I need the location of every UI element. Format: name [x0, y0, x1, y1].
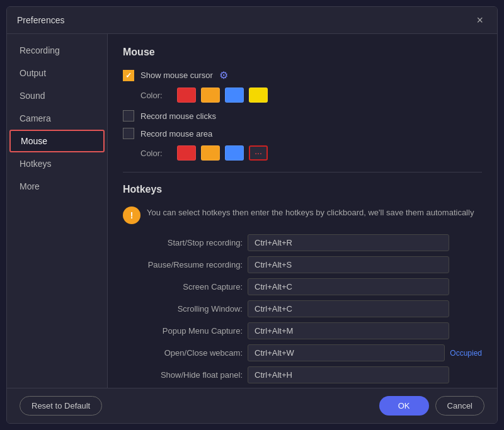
hotkey-label-float-panel: Show/Hide float panel: — [123, 370, 243, 380]
sidebar: RecordingOutputSoundCameraMouseHotkeysMo… — [7, 34, 108, 388]
ok-button[interactable]: OK — [379, 396, 429, 416]
record-clicks-row: Record mouse clicks — [123, 110, 482, 122]
dialog-body: RecordingOutputSoundCameraMouseHotkeysMo… — [7, 34, 497, 388]
show-cursor-row: Show mouse cursor ⚙ — [123, 69, 482, 81]
hotkey-input-float-panel[interactable] — [248, 366, 449, 383]
record-clicks-label: Record mouse clicks — [140, 111, 216, 121]
hotkey-row-scrolling: Scrolling Window: — [123, 300, 482, 317]
footer: Reset to Default OK Cancel — [7, 388, 497, 423]
hotkey-input-start-stop[interactable] — [248, 234, 449, 251]
area-color-label: Color: — [140, 149, 172, 158]
cursor-color-orange[interactable] — [201, 88, 220, 103]
gear-icon[interactable]: ⚙ — [219, 69, 228, 81]
hotkey-input-popup-menu[interactable] — [248, 322, 449, 339]
title-bar: Preferences × — [7, 7, 497, 34]
record-area-label: Record mouse area — [140, 129, 212, 139]
occupied-label: Occupied — [450, 349, 482, 358]
sidebar-item-hotkeys[interactable]: Hotkeys — [7, 152, 107, 175]
record-clicks-checkbox[interactable] — [123, 110, 134, 122]
hotkey-input-screen-capture[interactable] — [248, 278, 449, 295]
hotkey-row-float-panel: Show/Hide float panel: — [123, 366, 482, 383]
hotkeys-info-text: You can select hotkeys then enter the ho… — [147, 207, 474, 219]
area-color-dots[interactable]: ··· — [249, 145, 268, 161]
hotkey-row-pause-resume: Pause/Resume recording: — [123, 256, 482, 273]
sidebar-item-output[interactable]: Output — [7, 62, 107, 84]
cursor-color-blue[interactable] — [225, 88, 244, 103]
hotkey-row-screen-capture: Screen Capture: — [123, 278, 482, 295]
sidebar-item-recording[interactable]: Recording — [7, 39, 107, 62]
close-button[interactable]: × — [472, 13, 487, 27]
main-content: Mouse Show mouse cursor ⚙ Color: Record … — [108, 34, 497, 388]
record-area-row: Record mouse area — [123, 128, 482, 139]
cursor-color-row: Color: — [140, 88, 482, 103]
hotkey-input-pause-resume[interactable] — [248, 256, 449, 273]
hotkey-label-popup-menu: Popup Menu Capture: — [123, 326, 243, 336]
sidebar-item-mouse[interactable]: Mouse — [9, 130, 105, 152]
hotkey-label-start-stop: Start/Stop recording: — [123, 238, 243, 247]
sidebar-item-more[interactable]: More — [7, 175, 107, 198]
area-color-orange[interactable] — [201, 145, 220, 161]
hotkey-label-webcam: Open/Close webcam: — [123, 348, 243, 358]
sidebar-item-sound[interactable]: Sound — [7, 84, 107, 107]
preferences-dialog: Preferences × RecordingOutputSoundCamera… — [6, 6, 498, 424]
dialog-title: Preferences — [17, 15, 64, 25]
hotkeys-section-title: Hotkeys — [123, 184, 482, 198]
sidebar-item-camera[interactable]: Camera — [7, 107, 107, 130]
cursor-color-label: Color: — [140, 91, 172, 100]
reset-button[interactable]: Reset to Default — [20, 396, 102, 416]
hotkey-label-screen-capture: Screen Capture: — [123, 282, 243, 291]
show-cursor-checkbox[interactable] — [123, 70, 134, 81]
hotkey-label-pause-resume: Pause/Resume recording: — [123, 260, 243, 269]
area-color-red[interactable] — [177, 145, 196, 161]
area-color-blue[interactable] — [225, 145, 244, 161]
area-color-row: Color: ··· — [140, 145, 482, 161]
hotkey-row-popup-menu: Popup Menu Capture: — [123, 322, 482, 339]
cursor-color-red[interactable] — [177, 88, 196, 103]
mouse-section-title: Mouse — [123, 47, 482, 60]
info-icon: ! — [123, 207, 140, 224]
section-divider-1 — [123, 172, 482, 173]
hotkey-row-webcam: Open/Close webcam: Occupied — [123, 344, 482, 361]
hotkeys-info-box: ! You can select hotkeys then enter the … — [123, 207, 482, 224]
record-area-checkbox[interactable] — [123, 128, 134, 139]
show-cursor-label: Show mouse cursor — [140, 71, 213, 80]
hotkey-input-scrolling[interactable] — [248, 300, 449, 317]
cursor-color-yellow[interactable] — [249, 88, 268, 103]
cancel-button[interactable]: Cancel — [435, 396, 484, 416]
hotkey-input-webcam[interactable] — [248, 344, 445, 361]
hotkey-label-scrolling: Scrolling Window: — [123, 304, 243, 314]
hotkey-row-start-stop: Start/Stop recording: — [123, 234, 482, 251]
footer-right: OK Cancel — [379, 396, 484, 416]
